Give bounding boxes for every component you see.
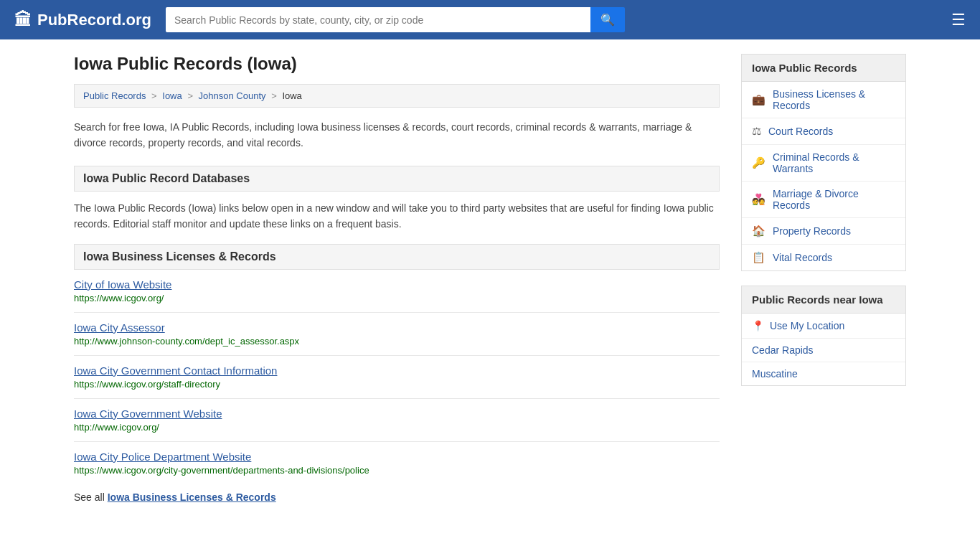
page-title: Iowa Public Records (Iowa) — [74, 54, 720, 74]
search-icon: 🔍 — [600, 14, 615, 26]
sidebar-iowa-item-1[interactable]: ⚖ Court Records — [742, 118, 905, 145]
sidebar-iowa-label-3: Marriage & Divorce Records — [773, 188, 895, 211]
sidebar-city-1[interactable]: Muscatine — [742, 362, 905, 385]
record-link-2[interactable]: Iowa City Government Contact Information — [74, 364, 277, 377]
business-section-header: Iowa Business Licenses & Records — [74, 244, 720, 270]
sidebar-iowa-label-5: Vital Records — [773, 252, 832, 263]
search-button[interactable]: 🔍 — [590, 7, 625, 32]
sidebar-iowa-label-0: Business Licenses & Records — [773, 88, 895, 111]
record-url-0: https://www.icgov.org/ — [74, 293, 720, 303]
record-link-3[interactable]: Iowa City Government Website — [74, 408, 222, 420]
record-url-2: https://www.icgov.org/staff-directory — [74, 379, 720, 390]
sidebar-iowa-item-4[interactable]: 🏠 Property Records — [742, 218, 905, 245]
sidebar-iowa-item-5[interactable]: 📋 Vital Records — [742, 245, 905, 270]
sidebar-nearby-cities: Cedar RapidsMuscatine — [742, 339, 905, 385]
sidebar-iowa-item-3[interactable]: 💑 Marriage & Divorce Records — [742, 182, 905, 218]
breadcrumb-sep-2: > — [187, 90, 193, 101]
use-my-location[interactable]: 📍 Use My Location — [742, 314, 905, 339]
sidebar-iowa-label-4: Property Records — [773, 225, 851, 237]
record-entry: Iowa City Police Department Website http… — [74, 442, 720, 484]
sidebar-iowa-label-1: Court Records — [768, 126, 833, 137]
sidebar-iowa-icon-1: ⚖ — [752, 125, 761, 138]
sidebar: Iowa Public Records 💼 Business Licenses … — [741, 54, 906, 506]
page-description: Search for free Iowa, IA Public Records,… — [74, 119, 720, 151]
nearby-box: Public Records near Iowa 📍 Use My Locati… — [741, 286, 906, 386]
location-icon: 📍 — [752, 320, 764, 331]
see-all-area: See all Iowa Business Licenses & Records — [74, 484, 720, 506]
sidebar-iowa-icon-2: 🔑 — [752, 156, 765, 169]
sidebar-city-0[interactable]: Cedar Rapids — [742, 339, 905, 362]
sidebar-iowa-icon-5: 📋 — [752, 251, 765, 264]
record-link-0[interactable]: City of Iowa Website — [74, 278, 171, 291]
record-entry: Iowa City Government Contact Information… — [74, 356, 720, 399]
sidebar-iowa-label-2: Criminal Records & Warrants — [773, 151, 895, 174]
logo-icon: 🏛 — [14, 10, 32, 30]
sidebar-iowa-items: 💼 Business Licenses & Records ⚖ Court Re… — [742, 82, 905, 270]
breadcrumb-sep-3: > — [271, 90, 277, 101]
iowa-records-box: Iowa Public Records 💼 Business Licenses … — [741, 54, 906, 271]
breadcrumb-johnson-county[interactable]: Johnson County — [199, 90, 266, 101]
databases-section-header: Iowa Public Record Databases — [74, 166, 720, 192]
record-link-4[interactable]: Iowa City Police Department Website — [74, 451, 251, 463]
search-input[interactable] — [166, 7, 590, 32]
nearby-box-header: Public Records near Iowa — [742, 286, 905, 314]
record-entry: Iowa City Government Website http://www.… — [74, 399, 720, 442]
databases-description: The Iowa Public Records (Iowa) links bel… — [74, 192, 720, 244]
breadcrumb: Public Records > Iowa > Johnson County >… — [74, 84, 720, 108]
record-url-1: http://www.johnson-county.com/dept_ic_as… — [74, 336, 720, 347]
use-my-location-label: Use My Location — [770, 320, 844, 331]
see-all-link[interactable]: Iowa Business Licenses & Records — [108, 491, 276, 503]
iowa-records-box-header: Iowa Public Records — [742, 55, 905, 82]
sidebar-iowa-icon-3: 💑 — [752, 193, 765, 206]
main-content: Iowa Public Records (Iowa) Public Record… — [74, 54, 720, 506]
search-form: 🔍 — [166, 7, 625, 32]
business-records-list: City of Iowa Website https://www.icgov.o… — [74, 270, 720, 484]
record-entry: City of Iowa Website https://www.icgov.o… — [74, 270, 720, 313]
sidebar-iowa-icon-4: 🏠 — [752, 225, 765, 237]
see-all-prefix: See all — [74, 491, 105, 503]
record-url-4: https://www.icgov.org/city-government/de… — [74, 465, 720, 476]
record-link-1[interactable]: Iowa City Assessor — [74, 321, 165, 334]
breadcrumb-current: Iowa — [282, 90, 301, 101]
breadcrumb-iowa-state[interactable]: Iowa — [162, 90, 182, 101]
sidebar-iowa-item-0[interactable]: 💼 Business Licenses & Records — [742, 82, 905, 118]
sidebar-iowa-item-2[interactable]: 🔑 Criminal Records & Warrants — [742, 145, 905, 182]
content-wrapper: Iowa Public Records (Iowa) Public Record… — [60, 39, 920, 520]
menu-button[interactable]: ☰ — [951, 11, 966, 29]
site-logo[interactable]: 🏛 PubRecord.org — [14, 10, 151, 30]
record-url-3: http://www.icgov.org/ — [74, 422, 720, 433]
hamburger-icon: ☰ — [951, 11, 966, 29]
breadcrumb-sep-1: > — [151, 90, 157, 101]
logo-text: PubRecord.org — [37, 11, 151, 29]
sidebar-iowa-icon-0: 💼 — [752, 93, 765, 106]
record-entry: Iowa City Assessor http://www.johnson-co… — [74, 313, 720, 356]
breadcrumb-public-records[interactable]: Public Records — [83, 90, 146, 101]
site-header: 🏛 PubRecord.org 🔍 ☰ — [0, 0, 980, 39]
